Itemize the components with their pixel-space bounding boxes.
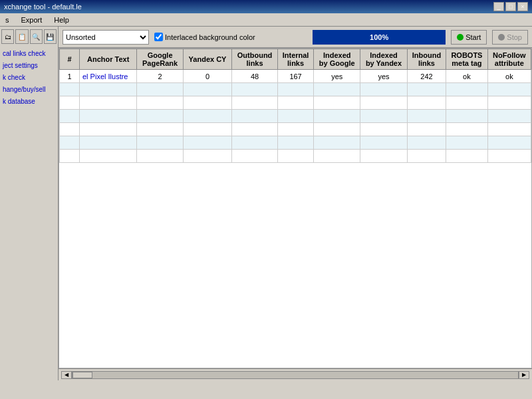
interlaced-checkbox[interactable] [154,33,163,41]
data-cell [407,136,446,150]
top-bar: Unsorted By PageRank By Anchor Text Inte… [59,27,532,48]
col-inbound-links: Inboundlinks [407,49,446,70]
col-robots: ROBOTSmeta tag [446,49,488,70]
sidebar-item-exchange[interactable]: hange/buy/sell [1,84,57,96]
data-cell [407,83,446,96]
data-cell [277,83,313,96]
data-table: # Anchor Text GooglePageRank Yandex CY O… [59,49,531,163]
data-cell [407,96,446,110]
anchor-text-cell[interactable]: el Pixel Ilustre [80,70,137,83]
data-cell [277,96,313,110]
data-cell [183,123,231,136]
data-cell [277,110,313,123]
col-indexed-yandex: Indexedby Yandex [360,49,408,70]
scrollbar-track[interactable] [72,371,519,379]
toolbar-btn-3[interactable]: 🔍 [30,29,43,44]
menu-help[interactable]: Help [51,16,72,24]
close-button[interactable]: × [517,2,528,11]
scrollbar-thumb[interactable] [72,372,92,378]
data-cell [137,150,183,163]
toolbar-btn-1[interactable]: 🗂 [1,29,14,44]
scroll-left-button[interactable]: ◀ [61,371,72,379]
anchor-text-cell [80,96,137,110]
data-cell [183,110,231,123]
data-cell: ok [446,70,488,83]
data-cell: 242 [407,70,446,83]
data-cell [446,83,488,96]
stop-button[interactable]: Stop [492,30,528,45]
data-cell [487,83,531,96]
data-cell [314,83,360,96]
table-header-row: # Anchor Text GooglePageRank Yandex CY O… [60,49,531,70]
table-row [60,136,531,150]
minimize-button[interactable]: _ [493,2,504,11]
menu-bar: s Export Help [0,13,532,27]
data-cell: ok [487,70,531,83]
col-pagerank: GooglePageRank [137,49,183,70]
row-number [60,96,80,110]
start-label: Start [466,33,481,41]
data-cell [446,136,488,150]
sidebar: 🗂 📋 🔍 💾 cal links check ject settings k … [0,27,59,380]
toolbar-btn-2[interactable]: 📋 [15,29,28,44]
stop-label: Stop [507,33,522,41]
col-indexed-google: Indexedby Google [314,49,360,70]
col-internal-links: Internallinks [277,49,313,70]
data-cell [232,96,278,110]
col-anchor-text: Anchor Text [80,49,137,70]
data-cell [232,136,278,150]
data-cell [137,83,183,96]
anchor-text-cell [80,150,137,163]
progress-value: 100% [370,33,388,41]
row-number [60,150,80,163]
data-cell [277,150,313,163]
data-cell [446,123,488,136]
data-cell [487,136,531,150]
sidebar-item-k-check[interactable]: k check [1,72,57,84]
data-cell [360,123,408,136]
bottom-scrollbar: ◀ ▶ [59,368,532,380]
data-cell: yes [360,70,408,83]
row-number: 1 [60,70,80,83]
data-cell [183,150,231,163]
row-number [60,83,80,96]
data-cell [137,136,183,150]
menu-export[interactable]: Export [19,16,45,24]
interlaced-checkbox-row: Interlaced background color [154,33,255,41]
sidebar-item-links-check[interactable]: cal links check [1,48,57,60]
title-text: xchange tool - default.le [4,3,82,11]
table-row [60,123,531,136]
sidebar-item-database[interactable]: k database [1,96,57,108]
scroll-right-button[interactable]: ▶ [519,371,529,379]
main-layout: 🗂 📋 🔍 💾 cal links check ject settings k … [0,27,532,380]
data-cell [183,136,231,150]
data-table-wrapper: # Anchor Text GooglePageRank Yandex CY O… [59,48,532,368]
table-row [60,83,531,96]
table-row [60,150,531,163]
data-cell [277,136,313,150]
data-cell [314,136,360,150]
col-hash: # [60,49,80,70]
toolbar-btn-4[interactable]: 💾 [44,29,57,44]
data-cell [314,150,360,163]
start-button[interactable]: Start [451,30,487,45]
data-cell: 167 [277,70,313,83]
col-yandex-cy: Yandex CY [183,49,231,70]
data-cell: 0 [183,70,231,83]
data-cell [487,96,531,110]
menu-s[interactable]: s [3,16,12,24]
col-nofollow: NoFollowattribute [487,49,531,70]
data-cell: yes [314,70,360,83]
data-cell [232,83,278,96]
data-cell [407,110,446,123]
data-cell [137,96,183,110]
sort-select[interactable]: Unsorted By PageRank By Anchor Text [63,30,149,45]
data-cell [232,110,278,123]
table-row: 1el Pixel Ilustre2048167yesyes242okok [60,70,531,83]
data-cell [314,123,360,136]
maximize-button[interactable]: □ [505,2,516,11]
anchor-text-cell [80,83,137,96]
data-cell [232,123,278,136]
col-outbound-links: Outboundlinks [232,49,278,70]
sidebar-item-project-settings[interactable]: ject settings [1,60,57,72]
